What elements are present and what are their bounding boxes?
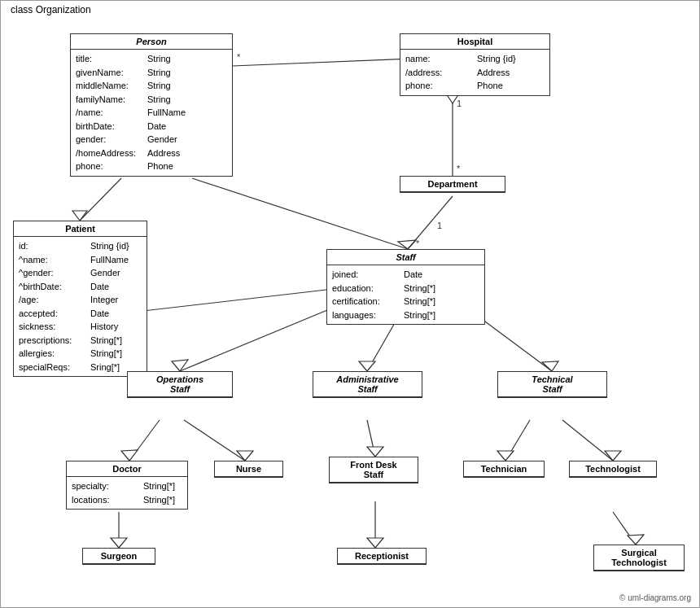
class-admin-staff-header: AdministrativeStaff xyxy=(313,372,422,397)
class-technologist: Technologist xyxy=(569,461,657,478)
class-department-header: Department xyxy=(400,177,505,192)
class-person-header: Person xyxy=(71,34,232,50)
class-receptionist-header: Receptionist xyxy=(338,549,426,564)
svg-marker-29 xyxy=(628,535,644,545)
class-receptionist: Receptionist xyxy=(337,548,427,565)
class-tech-staff: TechnicalStaff xyxy=(497,371,607,398)
class-operations-staff-header: OperationsStaff xyxy=(128,372,232,397)
class-person-body: title:String givenName:String middleName… xyxy=(71,50,232,176)
svg-marker-13 xyxy=(542,361,558,371)
svg-marker-25 xyxy=(111,538,127,548)
class-doctor: Doctor specialty:String[*] locations:Str… xyxy=(66,461,188,510)
svg-line-18 xyxy=(367,420,375,457)
class-hospital: Hospital name:String {id} /address:Addre… xyxy=(400,33,550,96)
svg-line-8 xyxy=(180,300,351,371)
class-front-desk-header: Front DeskStaff xyxy=(330,457,418,483)
svg-line-22 xyxy=(562,420,613,461)
class-doctor-header: Doctor xyxy=(67,461,187,477)
svg-marker-3 xyxy=(398,240,416,249)
class-surgical-tech-header: SurgicalTechnologist xyxy=(594,545,684,571)
class-staff-body: joined:Date education:String[*] certific… xyxy=(327,265,484,324)
class-surgeon: Surgeon xyxy=(82,548,155,565)
svg-line-7 xyxy=(408,196,453,249)
svg-line-28 xyxy=(613,512,636,545)
svg-marker-19 xyxy=(367,447,383,457)
class-patient-body: id:String {id} ^name:FullName ^gender:Ge… xyxy=(14,237,147,376)
class-hospital-body: name:String {id} /address:Address phone:… xyxy=(400,50,549,95)
svg-line-16 xyxy=(184,420,245,461)
class-operations-staff: OperationsStaff xyxy=(127,371,233,398)
svg-text:*: * xyxy=(457,164,461,173)
class-staff-header: Staff xyxy=(327,250,484,265)
class-hospital-header: Hospital xyxy=(400,34,549,50)
class-nurse-header: Nurse xyxy=(215,461,282,477)
svg-marker-1 xyxy=(72,211,87,221)
svg-text:*: * xyxy=(237,52,241,62)
class-admin-staff: AdministrativeStaff xyxy=(313,371,422,398)
class-tech-staff-header: TechnicalStaff xyxy=(498,372,606,397)
class-technician: Technician xyxy=(463,461,545,478)
class-patient: Patient id:String {id} ^name:FullName ^g… xyxy=(13,221,147,377)
class-staff: Staff joined:Date education:String[*] ce… xyxy=(326,249,485,325)
svg-line-2 xyxy=(192,178,408,249)
copyright: © uml-diagrams.org xyxy=(619,593,691,602)
svg-line-14 xyxy=(129,420,160,461)
svg-marker-17 xyxy=(237,451,253,461)
class-technician-header: Technician xyxy=(464,461,544,477)
svg-marker-9 xyxy=(172,360,188,371)
class-surgical-tech: SurgicalTechnologist xyxy=(593,545,685,571)
svg-line-0 xyxy=(80,178,121,221)
svg-marker-11 xyxy=(359,361,375,371)
class-front-desk: Front DeskStaff xyxy=(329,457,418,483)
svg-text:*: * xyxy=(416,238,420,248)
svg-marker-15 xyxy=(121,450,138,461)
class-technologist-header: Technologist xyxy=(570,461,656,477)
class-nurse: Nurse xyxy=(214,461,283,478)
class-person: Person title:String givenName:String mid… xyxy=(70,33,233,177)
class-doctor-body: specialty:String[*] locations:String[*] xyxy=(67,477,187,509)
diagram-container: class Organization xyxy=(0,0,700,608)
svg-text:1: 1 xyxy=(437,221,442,230)
diagram-title: class Organization xyxy=(7,4,94,15)
svg-text:1: 1 xyxy=(457,98,462,108)
class-department: Department xyxy=(400,176,505,193)
class-patient-header: Patient xyxy=(14,221,147,237)
class-surgeon-header: Surgeon xyxy=(83,549,155,564)
svg-marker-21 xyxy=(497,451,514,461)
svg-marker-23 xyxy=(605,451,621,461)
svg-marker-27 xyxy=(367,538,383,548)
svg-line-20 xyxy=(505,420,530,461)
